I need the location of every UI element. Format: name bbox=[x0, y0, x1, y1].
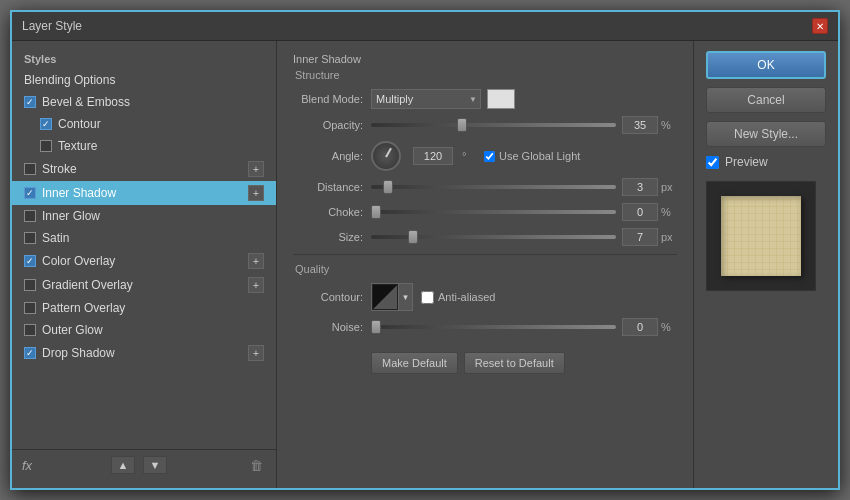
sidebar-item-label: Stroke bbox=[42, 162, 248, 176]
sidebar-item-color-overlay[interactable]: ✓ Color Overlay + bbox=[12, 249, 276, 273]
gradient-overlay-checkbox[interactable] bbox=[24, 279, 36, 291]
gradient-overlay-plus-button[interactable]: + bbox=[248, 277, 264, 293]
choke-row: Choke: % bbox=[293, 203, 677, 221]
size-slider-thumb[interactable] bbox=[408, 230, 418, 244]
sidebar-item-label: Pattern Overlay bbox=[42, 301, 264, 315]
contour-dropdown-button[interactable]: ▼ bbox=[399, 283, 413, 311]
sidebar-item-label: Texture bbox=[58, 139, 264, 153]
blend-mode-select[interactable]: Normal Dissolve Multiply Screen Overlay … bbox=[371, 89, 481, 109]
choke-slider-container bbox=[371, 210, 616, 214]
choke-unit: % bbox=[661, 206, 677, 218]
section-subheader: Structure bbox=[293, 69, 677, 81]
blend-mode-row: Blend Mode: Normal Dissolve Multiply Scr… bbox=[293, 89, 677, 109]
choke-slider-thumb[interactable] bbox=[371, 205, 381, 219]
sidebar-item-outer-glow[interactable]: Outer Glow bbox=[12, 319, 276, 341]
preview-checkbox[interactable] bbox=[706, 156, 719, 169]
opacity-slider-container bbox=[371, 123, 616, 127]
satin-checkbox[interactable] bbox=[24, 232, 36, 244]
outer-glow-checkbox[interactable] bbox=[24, 324, 36, 336]
up-button[interactable]: ▲ bbox=[111, 456, 135, 474]
contour-checkbox[interactable]: ✓ bbox=[40, 118, 52, 130]
opacity-label: Opacity: bbox=[293, 119, 363, 131]
inner-shadow-checkbox[interactable]: ✓ bbox=[24, 187, 36, 199]
color-overlay-plus-button[interactable]: + bbox=[248, 253, 264, 269]
sidebar-item-blending-options[interactable]: Blending Options bbox=[12, 69, 276, 91]
cancel-button[interactable]: Cancel bbox=[706, 87, 826, 113]
distance-slider-track[interactable] bbox=[371, 185, 616, 189]
blend-mode-label: Blend Mode: bbox=[293, 93, 363, 105]
color-overlay-checkbox[interactable]: ✓ bbox=[24, 255, 36, 267]
texture-checkbox[interactable] bbox=[40, 140, 52, 152]
choke-slider-track[interactable] bbox=[371, 210, 616, 214]
close-button[interactable]: ✕ bbox=[812, 18, 828, 34]
angle-value-input[interactable] bbox=[413, 147, 453, 165]
sidebar-item-bevel-emboss[interactable]: ✓ Bevel & Emboss bbox=[12, 91, 276, 113]
sidebar-item-stroke[interactable]: Stroke + bbox=[12, 157, 276, 181]
section-header: Inner Shadow bbox=[293, 53, 677, 65]
distance-value-input[interactable] bbox=[622, 178, 658, 196]
drop-shadow-checkbox[interactable]: ✓ bbox=[24, 347, 36, 359]
bevel-emboss-checkbox[interactable]: ✓ bbox=[24, 96, 36, 108]
opacity-row: Opacity: % bbox=[293, 116, 677, 134]
stroke-checkbox[interactable] bbox=[24, 163, 36, 175]
trash-button[interactable]: 🗑 bbox=[246, 456, 266, 474]
quality-section-header: Quality bbox=[293, 263, 677, 275]
noise-slider-thumb[interactable] bbox=[371, 320, 381, 334]
size-label: Size: bbox=[293, 231, 363, 243]
inner-glow-checkbox[interactable] bbox=[24, 210, 36, 222]
angle-row: Angle: ° Use Global Light bbox=[293, 141, 677, 171]
pattern-overlay-checkbox[interactable] bbox=[24, 302, 36, 314]
sidebar-item-label: Bevel & Emboss bbox=[42, 95, 264, 109]
size-row: Size: px bbox=[293, 228, 677, 246]
reset-default-button[interactable]: Reset to Default bbox=[464, 352, 565, 374]
noise-value-input[interactable] bbox=[622, 318, 658, 336]
new-style-button[interactable]: New Style... bbox=[706, 121, 826, 147]
contour-row: Contour: ▼ Anti-aliased bbox=[293, 283, 677, 311]
preview-label[interactable]: Preview bbox=[706, 155, 826, 169]
choke-value-input[interactable] bbox=[622, 203, 658, 221]
anti-aliased-label[interactable]: Anti-aliased bbox=[421, 291, 495, 304]
blend-mode-select-wrapper: Normal Dissolve Multiply Screen Overlay … bbox=[371, 89, 481, 109]
opacity-slider-track[interactable] bbox=[371, 123, 616, 127]
sidebar-item-inner-shadow[interactable]: ✓ Inner Shadow + bbox=[12, 181, 276, 205]
blend-color-swatch[interactable] bbox=[487, 89, 515, 109]
noise-slider-container bbox=[371, 325, 616, 329]
section-divider bbox=[293, 254, 677, 255]
global-light-checkbox[interactable] bbox=[484, 151, 495, 162]
global-light-label[interactable]: Use Global Light bbox=[484, 150, 580, 162]
angle-dial[interactable] bbox=[371, 141, 401, 171]
sidebar-item-drop-shadow[interactable]: ✓ Drop Shadow + bbox=[12, 341, 276, 365]
contour-preview[interactable] bbox=[371, 283, 399, 311]
inner-shadow-plus-button[interactable]: + bbox=[248, 185, 264, 201]
fx-label: fx bbox=[22, 458, 32, 473]
anti-aliased-text: Anti-aliased bbox=[438, 291, 495, 303]
make-default-button[interactable]: Make Default bbox=[371, 352, 458, 374]
opacity-value-input[interactable] bbox=[622, 116, 658, 134]
sidebar-item-pattern-overlay[interactable]: Pattern Overlay bbox=[12, 297, 276, 319]
opacity-slider-thumb[interactable] bbox=[457, 118, 467, 132]
ok-button[interactable]: OK bbox=[706, 51, 826, 79]
sidebar-item-texture[interactable]: Texture bbox=[12, 135, 276, 157]
sidebar-item-satin[interactable]: Satin bbox=[12, 227, 276, 249]
noise-unit: % bbox=[661, 321, 677, 333]
sidebar-item-inner-glow[interactable]: Inner Glow bbox=[12, 205, 276, 227]
size-slider-container bbox=[371, 235, 616, 239]
sidebar-item-gradient-overlay[interactable]: Gradient Overlay + bbox=[12, 273, 276, 297]
sidebar-item-label: Outer Glow bbox=[42, 323, 264, 337]
size-slider-track[interactable] bbox=[371, 235, 616, 239]
noise-label: Noise: bbox=[293, 321, 363, 333]
noise-slider-track[interactable] bbox=[371, 325, 616, 329]
sidebar-item-contour[interactable]: ✓ Contour bbox=[12, 113, 276, 135]
global-light-text: Use Global Light bbox=[499, 150, 580, 162]
styles-section-title: Styles bbox=[12, 49, 276, 69]
preview-text: Preview bbox=[725, 155, 768, 169]
size-value-input[interactable] bbox=[622, 228, 658, 246]
stroke-plus-button[interactable]: + bbox=[248, 161, 264, 177]
choke-label: Choke: bbox=[293, 206, 363, 218]
opacity-unit: % bbox=[661, 119, 677, 131]
down-button[interactable]: ▼ bbox=[143, 456, 167, 474]
drop-shadow-plus-button[interactable]: + bbox=[248, 345, 264, 361]
distance-slider-thumb[interactable] bbox=[383, 180, 393, 194]
anti-aliased-checkbox[interactable] bbox=[421, 291, 434, 304]
sidebar-item-label: Satin bbox=[42, 231, 264, 245]
